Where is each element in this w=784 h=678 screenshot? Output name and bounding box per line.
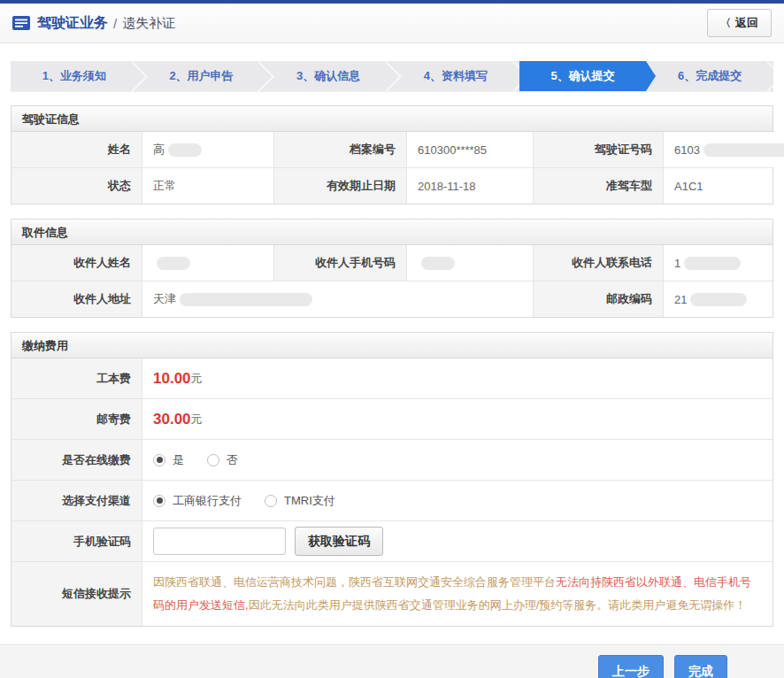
status-label: 状态 (12, 168, 142, 204)
postage-fee-value: 30.00 元 (142, 399, 772, 439)
payment-channel-row: 选择支付渠道 工商银行支付 TMRI支付 (12, 481, 772, 521)
name-label: 姓名 (12, 132, 142, 167)
back-button-label: 返回 (735, 15, 758, 31)
notice-text-part3: 因此无法向此类用户提供陕西省交通管理业务的网上办理/预约等服务。请此类用户避免无… (249, 598, 747, 612)
redacted-blur (168, 143, 202, 157)
sms-notice-label: 短信接收提示 (12, 562, 142, 626)
recipient-name-value (142, 245, 274, 281)
step-3-confirm-info[interactable]: 3、确认信息 (265, 61, 392, 91)
sms-code-row: 手机验证码 获取验证码 (12, 521, 772, 562)
redacted-blur (684, 257, 741, 270)
step-6-complete-submit[interactable]: 6、完成提交 (646, 61, 773, 91)
breadcrumb-separator: / (113, 16, 117, 31)
expiry-date-label: 有效期止日期 (274, 168, 407, 204)
step-2-user-declaration[interactable]: 2、用户申告 (138, 61, 265, 91)
radio-channel-icbc-label: 工商银行支付 (173, 493, 242, 509)
payment-section: 缴纳费用 工本费 10.00 元 邮寄费 30.00 元 是否在线缴费 是 否 (11, 332, 773, 627)
redacted-blur (157, 257, 190, 270)
get-sms-code-button[interactable]: 获取验证码 (295, 527, 383, 556)
sms-notice-text: 因陕西省联通、电信运营商技术问题，陕西省互联网交通安全综合服务管理平台无法向持陕… (142, 562, 772, 626)
step-5-confirm-submit[interactable]: 5、确认提交 (519, 61, 647, 91)
status-value: 正常 (142, 168, 274, 204)
radio-online-yes[interactable]: 是 (153, 452, 184, 468)
radio-channel-icbc[interactable]: 工商银行支付 (153, 493, 242, 509)
breadcrumb-current: 遗失补证 (122, 15, 175, 32)
table-row: 状态 正常 有效期止日期 2018-11-18 准驾车型 A1C1 (12, 168, 772, 204)
redacted-blur (421, 257, 455, 270)
recipient-name-label: 收件人姓名 (12, 245, 142, 281)
recipient-mobile-label: 收件人手机号码 (274, 245, 407, 281)
payment-section-title: 缴纳费用 (12, 333, 772, 358)
back-button[interactable]: 〈 返回 (707, 9, 772, 37)
radio-selected-icon (153, 495, 165, 507)
file-number-value: 610300****85 (407, 132, 534, 167)
payment-channel-label: 选择支付渠道 (12, 481, 142, 520)
finish-button[interactable]: 完成 (674, 655, 727, 678)
radio-selected-icon (153, 454, 165, 466)
zip-code-label: 邮政编码 (534, 281, 664, 317)
recipient-phone-value: 1 (664, 245, 772, 281)
redacted-blur (703, 143, 784, 157)
recipient-phone-label: 收件人联系电话 (534, 245, 664, 281)
radio-channel-tmri-label: TMRI支付 (284, 493, 335, 509)
radio-unselected-icon (207, 454, 219, 466)
radio-online-no-label: 否 (227, 452, 238, 468)
page-title: 驾驶证业务 (37, 14, 108, 33)
notice-text-part1: 因陕西省联通、电信运营商技术问题，陕西省互联网交通安全综合服务管理平台 (153, 575, 556, 589)
license-section-title: 驾驶证信息 (12, 106, 772, 132)
online-payment-row: 是否在线缴费 是 否 (12, 440, 772, 481)
license-info-section: 驾驶证信息 姓名 高 档案编号 610300****85 驾驶证号码 6103 … (11, 105, 773, 204)
sms-code-label: 手机验证码 (12, 521, 142, 561)
redacted-blur (690, 293, 747, 306)
action-footer: 上一步 完成 (0, 644, 784, 678)
work-fee-row: 工本费 10.00 元 (12, 358, 772, 399)
radio-online-no[interactable]: 否 (207, 452, 238, 468)
work-fee-value: 10.00 元 (142, 358, 772, 398)
work-fee-amount: 10.00 (153, 370, 191, 388)
sms-notice-row: 短信接收提示 因陕西省联通、电信运营商技术问题，陕西省互联网交通安全综合服务管理… (12, 562, 772, 626)
step-1-business-notice[interactable]: 1、业务须知 (11, 61, 138, 91)
file-number-label: 档案编号 (274, 132, 407, 167)
zip-code-value: 21 (664, 281, 772, 317)
previous-step-button[interactable]: 上一步 (598, 655, 664, 678)
form-icon (12, 16, 30, 30)
redacted-blur (180, 293, 312, 306)
license-number-value: 6103 (664, 132, 784, 167)
name-value: 高 (142, 132, 274, 167)
sms-code-input[interactable] (153, 528, 286, 555)
expiry-date-value: 2018-11-18 (407, 168, 534, 204)
payment-channel-radio-group: 工商银行支付 TMRI支付 (153, 493, 335, 509)
online-payment-label: 是否在线缴费 (12, 440, 142, 480)
postage-fee-unit: 元 (191, 412, 203, 428)
radio-channel-tmri[interactable]: TMRI支付 (265, 493, 335, 509)
table-row: 姓名 高 档案编号 610300****85 驾驶证号码 6103 (12, 132, 772, 168)
recipient-address-value: 天津 (142, 281, 534, 317)
postage-fee-row: 邮寄费 30.00 元 (12, 399, 772, 440)
postage-fee-label: 邮寄费 (12, 399, 142, 439)
chevron-left-icon: 〈 (720, 16, 731, 31)
progress-stepper: 1、业务须知 2、用户申告 3、确认信息 4、资料填写 5、确认提交 6、完成提… (11, 61, 773, 91)
recipient-mobile-value (407, 245, 534, 281)
postage-fee-amount: 30.00 (153, 411, 191, 428)
table-row: 收件人姓名 收件人手机号码 收件人联系电话 1 (12, 245, 772, 281)
table-row: 收件人地址 天津 邮政编码 21 (12, 281, 772, 317)
vehicle-class-value: A1C1 (664, 168, 772, 204)
work-fee-label: 工本费 (12, 358, 142, 398)
vehicle-class-label: 准驾车型 (534, 168, 664, 204)
recipient-address-label: 收件人地址 (12, 281, 142, 317)
page-header: 驾驶证业务 / 遗失补证 〈 返回 (0, 4, 784, 43)
step-4-fill-materials[interactable]: 4、资料填写 (392, 61, 519, 91)
license-number-label: 驾驶证号码 (534, 132, 664, 167)
pickup-section-title: 取件信息 (12, 220, 772, 245)
radio-online-yes-label: 是 (173, 452, 184, 468)
radio-unselected-icon (265, 495, 277, 507)
work-fee-unit: 元 (191, 371, 203, 387)
online-payment-radio-group: 是 否 (153, 452, 238, 468)
pickup-info-section: 取件信息 收件人姓名 收件人手机号码 收件人联系电话 1 收件人地址 天津 邮政… (11, 219, 773, 318)
